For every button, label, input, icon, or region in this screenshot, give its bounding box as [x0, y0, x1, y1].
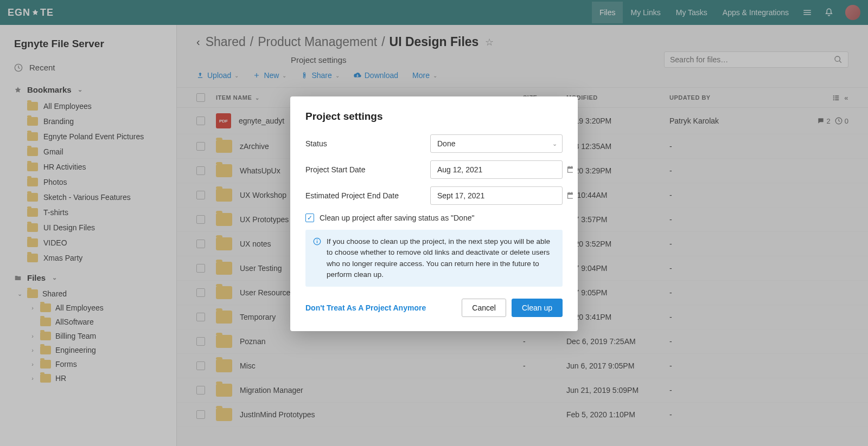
cleanup-button[interactable]: Clean up — [512, 299, 563, 317]
cleanup-checkbox[interactable]: ✓ — [305, 214, 314, 222]
end-date-label: Estimated Project End Date — [305, 191, 430, 200]
dont-treat-link[interactable]: Don't Treat As A Project Anymore — [305, 303, 426, 312]
modal-title: Project settings — [305, 111, 563, 122]
modal-overlay[interactable]: Project settings Status Done ⌄ Project S… — [0, 0, 868, 446]
end-date-input[interactable] — [430, 186, 563, 205]
start-date-label: Project Start Date — [305, 165, 430, 174]
cleanup-checkbox-label: Clean up project after saving status as … — [320, 214, 474, 222]
status-label: Status — [305, 139, 430, 148]
project-settings-modal: Project settings Status Done ⌄ Project S… — [290, 96, 578, 331]
status-select[interactable]: Done — [430, 134, 563, 153]
calendar-icon[interactable] — [566, 165, 575, 176]
start-date-input[interactable] — [430, 160, 563, 179]
info-icon — [313, 237, 321, 245]
cancel-button[interactable]: Cancel — [462, 299, 506, 317]
info-box: If you choose to clean up the project, i… — [305, 230, 563, 287]
calendar-icon[interactable] — [566, 191, 575, 202]
